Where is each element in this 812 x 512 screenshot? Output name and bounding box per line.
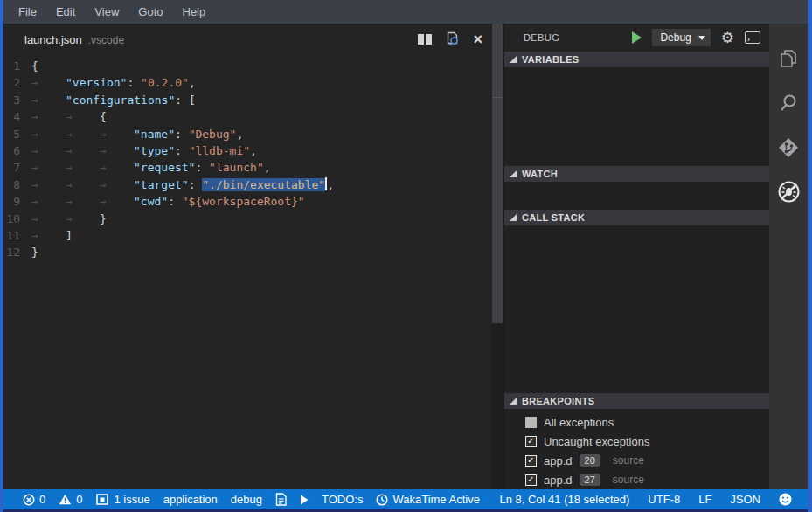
code-editor[interactable]: 1{2→"version": "0.2.0",3→"configurations… (3, 54, 491, 489)
search-activity-button[interactable] (769, 80, 808, 125)
code-token: "0.2.0" (141, 76, 189, 89)
menu-item-file[interactable]: File (9, 0, 46, 24)
tab-whitespace-arrow: → (31, 211, 66, 227)
debug-config-dropdown[interactable]: Debug (652, 29, 710, 46)
status-warning-count[interactable]: 0 (59, 493, 82, 506)
code-token: "name" (134, 128, 175, 141)
status-text: UTF-8 (648, 493, 680, 506)
code-line[interactable]: 7→→→"request": "launch", (3, 159, 491, 176)
section-body-variables (504, 67, 769, 166)
play-icon (300, 495, 309, 505)
checkbox-checked[interactable]: ✓ (525, 436, 537, 447)
status-cursor-position[interactable]: Ln 8, Col 41 (18 selected) (499, 493, 629, 506)
line-number: 8 (3, 176, 31, 193)
line-number: 1 (3, 58, 31, 74)
code-line[interactable]: 4→→{ (3, 108, 491, 125)
tab-whitespace-arrow: → (31, 74, 66, 91)
debug-panel-header: DEBUG Debug ⚙ › (504, 24, 769, 52)
code-line[interactable]: 11→] (3, 227, 491, 244)
breakpoint-row[interactable]: ✓app.d20source (504, 451, 769, 470)
status-wakatime-status[interactable]: WakaTime Active (376, 493, 479, 506)
editor-tab[interactable]: launch.json.vscode (24, 31, 124, 47)
scrollbar-thumb[interactable] (492, 24, 503, 323)
line-number: 11 (3, 227, 31, 244)
status-text: 0 (39, 493, 45, 506)
breakpoint-row[interactable]: All exceptions (504, 412, 769, 432)
section-label: CALL STACK (522, 212, 585, 223)
menu-item-view[interactable]: View (85, 0, 128, 24)
section-header-watch[interactable]: WATCH (504, 166, 769, 182)
editor-scrollbar[interactable] (491, 24, 503, 489)
debug-console-icon[interactable]: › (745, 31, 760, 44)
code-line[interactable]: 8→→→"target": "./bin/executable", (3, 176, 491, 193)
status-eol[interactable]: LF (698, 493, 711, 506)
configure-gear-icon[interactable]: ⚙ (721, 31, 734, 45)
debug-disabled-activity-button[interactable] (769, 170, 808, 214)
section-header-variables[interactable]: VARIABLES (504, 52, 769, 67)
start-debugging-button[interactable] (632, 31, 642, 44)
code-line[interactable]: 3→"configurations": [ (3, 92, 491, 108)
code-line[interactable]: 10→→} (3, 211, 491, 227)
close-icon[interactable]: × (473, 33, 482, 45)
checkbox-unchecked[interactable] (525, 417, 537, 428)
status-language-mode[interactable]: JSON (730, 493, 760, 506)
search-icon (777, 92, 800, 114)
tab-whitespace-arrow: → (100, 126, 134, 142)
status-feedback-smiley[interactable] (779, 493, 792, 506)
collapse-triangle-icon (510, 214, 517, 221)
code-line[interactable]: 2→"version": "0.2.0", (3, 74, 491, 91)
code-token: "target" (134, 178, 189, 191)
code-token: , (327, 178, 334, 191)
debug-side-panel: DEBUG Debug ⚙ › VARIABLESWATCHCALL STACK… (503, 24, 769, 489)
code-token: "${workspaceRoot}" (182, 195, 305, 208)
open-preview-icon[interactable] (445, 31, 460, 46)
breakpoint-row[interactable]: ✓Uncaught exceptions (504, 432, 769, 451)
checkbox-checked[interactable]: ✓ (525, 455, 537, 467)
section-header-callstack[interactable]: CALL STACK (504, 210, 769, 225)
code-line[interactable]: 1{ (3, 58, 491, 74)
tab-whitespace-arrow: → (31, 159, 66, 176)
status-build-mode[interactable]: debug (231, 493, 262, 506)
tab-filename[interactable]: launch.json (24, 33, 82, 46)
code-token: "launch" (209, 161, 264, 174)
status-bar: 001 issueapplicationdebugTODO:sWakaTime … (3, 489, 808, 509)
tab-whitespace-arrow: → (100, 176, 134, 193)
status-encoding[interactable]: UTF-8 (648, 493, 680, 506)
debug-config-value: Debug (660, 31, 691, 44)
code-token: } (100, 212, 107, 225)
code-line[interactable]: 5→→→"name": "Debug", (3, 126, 491, 142)
breakpoint-row[interactable]: ✓app.d27source (504, 470, 769, 489)
menu-item-edit[interactable]: Edit (46, 0, 85, 24)
status-run-button[interactable] (300, 495, 309, 505)
breakpoint-label: app.d (544, 474, 573, 487)
split-editor-icon[interactable] (418, 34, 432, 45)
line-number: 10 (3, 211, 31, 227)
warning-icon (59, 494, 72, 505)
editor-group: launch.json.vscode × 1{2→"version": "0.2… (3, 24, 491, 489)
code-line[interactable]: 6→→→"type": "lldb-mi", (3, 142, 491, 159)
tab-whitespace-arrow: → (31, 126, 66, 142)
menu-item-goto[interactable]: Goto (128, 0, 172, 24)
files-activity-button[interactable] (769, 36, 808, 80)
code-token: "cwd" (134, 195, 168, 208)
status-build-target[interactable]: application (163, 493, 218, 506)
code-line[interactable]: 9→→→"cwd": "${workspaceRoot}" (3, 193, 491, 210)
menu-item-help[interactable]: Help (173, 0, 216, 24)
code-token: : (168, 195, 182, 208)
source-control-activity-button[interactable] (769, 125, 808, 170)
code-line[interactable]: 12} (3, 244, 491, 260)
code-token: : (175, 144, 189, 157)
status-error-count[interactable]: 0 (23, 493, 45, 506)
section-header-breakpoints[interactable]: BREAKPOINTS (504, 393, 769, 409)
code-token: : (127, 76, 141, 89)
status-todos-status[interactable]: TODO:s (322, 493, 363, 506)
todo-file-icon (275, 493, 287, 506)
breakpoint-label: All exceptions (544, 416, 614, 429)
status-issues-status[interactable]: 1 issue (95, 493, 149, 506)
checkbox-checked[interactable]: ✓ (525, 474, 537, 486)
status-todo-file[interactable] (275, 493, 287, 506)
vscode-window: FileEditViewGotoHelp launch.json.vscode (0, 0, 812, 512)
breakpoint-source-hint: source (613, 454, 644, 467)
code-token: "request" (134, 161, 195, 174)
tab-whitespace-arrow: → (66, 176, 100, 193)
